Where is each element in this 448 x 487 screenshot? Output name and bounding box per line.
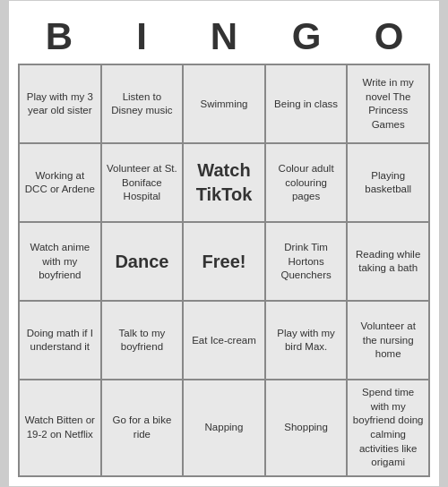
bingo-cell-13: Drink Tim Hortons Quenchers (266, 223, 349, 302)
bingo-cell-10: Watch anime with my boyfriend (20, 223, 102, 302)
bingo-cell-24: Spend time with my boyfriend doing calmi… (348, 380, 430, 476)
bingo-cell-15: Doing math if I understand it (20, 302, 102, 380)
bingo-letter-b: B (18, 10, 100, 64)
bingo-cell-17: Eat Ice-cream (184, 302, 266, 380)
bingo-cell-3: Being in class (266, 65, 349, 144)
bingo-cell-8: Colour adult colouring pages (266, 144, 349, 223)
free-cell: Free! (184, 223, 266, 302)
bingo-grid: Play with my 3 year old sisterListen to … (18, 64, 430, 476)
bingo-cell-11: Dance (102, 223, 185, 302)
bingo-cell-18: Play with my bird Max. (266, 302, 349, 380)
bingo-letter-i: I (100, 10, 183, 64)
bingo-header: BINGO (18, 10, 430, 64)
bingo-cell-14: Reading while taking a bath (348, 223, 430, 302)
bingo-cell-23: Shopping (266, 380, 349, 476)
bingo-cell-2: Swimming (184, 65, 266, 144)
bingo-cell-4: Write in my novel The Princess Games (348, 65, 430, 144)
bingo-cell-16: Talk to my boyfriend (102, 302, 185, 380)
bingo-cell-5: Working at DCC or Ardene (20, 144, 102, 223)
bingo-card: BINGO Play with my 3 year old sisterList… (9, 1, 439, 485)
bingo-cell-20: Watch Bitten or 19-2 on Netflix (20, 380, 102, 476)
bingo-cell-19: Volunteer at the nursing home (348, 302, 430, 380)
bingo-cell-9: Playing basketball (348, 144, 430, 223)
bingo-cell-0: Play with my 3 year old sister (20, 65, 102, 144)
bingo-cell-7: Watch TikTok (184, 144, 266, 223)
bingo-cell-22: Napping (184, 380, 266, 476)
bingo-cell-6: Volunteer at St. Boniface Hospital (102, 144, 185, 223)
bingo-cell-1: Listen to Disney music (102, 65, 185, 144)
bingo-letter-n: N (183, 10, 265, 64)
bingo-cell-21: Go for a bike ride (102, 380, 185, 476)
bingo-letter-o: O (348, 10, 430, 64)
bingo-letter-g: G (265, 10, 348, 64)
